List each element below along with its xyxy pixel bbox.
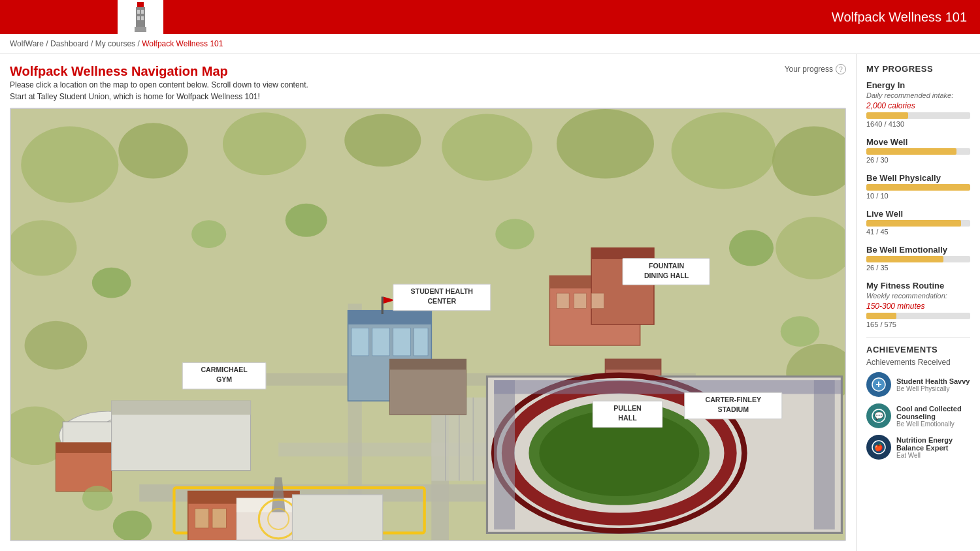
progress-numbers-energy-in: 1640 / 4130 bbox=[866, 120, 970, 128]
achievement-subtitle-cool-collected: Be Well Emotionally bbox=[896, 420, 970, 428]
header: Wolfpack Wellness 101 bbox=[0, 0, 980, 34]
achievement-icon-nutrition-energy: 🍎 bbox=[866, 435, 891, 460]
breadcrumb-mycourses[interactable]: My courses bbox=[95, 39, 135, 48]
header-title: Wolfpack Wellness 101 bbox=[832, 10, 967, 25]
achievements-title: ACHIEVEMENTS bbox=[866, 345, 970, 354]
svg-text:STADIUM: STADIUM bbox=[718, 405, 749, 413]
progress-bar-bg-move-well bbox=[866, 148, 970, 155]
svg-point-10 bbox=[21, 127, 118, 203]
content-area: Wolfpack Wellness Navigation Map Please … bbox=[0, 54, 856, 551]
achievements-subtitle: Achievements Received bbox=[866, 358, 970, 367]
svg-text:FOUNTAIN: FOUNTAIN bbox=[649, 262, 684, 270]
progress-bar-fill-be-well-physically bbox=[866, 184, 970, 191]
progress-label-move-well: Move Well bbox=[866, 137, 970, 147]
progress-bar-fill-be-well-emotionally bbox=[866, 256, 943, 262]
svg-point-107 bbox=[286, 204, 327, 237]
progress-item-live-well: Live Well 41 / 45 bbox=[866, 209, 970, 236]
content-header: Wolfpack Wellness Navigation Map Please … bbox=[10, 64, 846, 102]
svg-rect-6 bbox=[141, 10, 144, 14]
progress-item-fitness-routine: My Fitness RoutineWeekly recommendation:… bbox=[866, 281, 970, 328]
achievement-title-cool-collected: Cool and Collected Counseling bbox=[896, 405, 970, 420]
page-title: Wolfpack Wellness Navigation Map bbox=[10, 64, 308, 79]
achievement-text-student-health-savvy: Student Health Savvy Be Well Physically bbox=[896, 377, 970, 392]
svg-point-19 bbox=[25, 321, 88, 370]
svg-point-13 bbox=[344, 114, 421, 166]
svg-rect-0 bbox=[137, 2, 144, 7]
progress-bar-fill-fitness-routine bbox=[866, 313, 896, 319]
breadcrumb-wolfware[interactable]: WolfWare bbox=[10, 39, 44, 48]
progress-sub-fitness-routine: Weekly recommendation: bbox=[866, 292, 970, 300]
progress-label-be-well-emotionally: Be Well Emotionally bbox=[866, 245, 970, 255]
achievement-icon-student-health-savvy: + bbox=[866, 372, 891, 397]
page-description-1: Please click a location on the map to op… bbox=[10, 79, 308, 91]
progress-numbers-be-well-emotionally: 26 / 35 bbox=[866, 264, 970, 272]
map-container[interactable]: STUDENT HEALTH CENTER FOUNTAIN DINING HA… bbox=[10, 108, 846, 541]
progress-bar-fill-move-well bbox=[866, 148, 956, 155]
progress-bar-bg-be-well-physically bbox=[866, 184, 970, 191]
breadcrumb: WolfWare / Dashboard / My courses / Wolf… bbox=[0, 34, 980, 54]
svg-text:GYM: GYM bbox=[216, 375, 232, 383]
svg-point-109 bbox=[729, 230, 774, 266]
achievement-subtitle-student-health-savvy: Be Well Physically bbox=[896, 385, 970, 392]
svg-text:🍎: 🍎 bbox=[874, 443, 883, 452]
progress-label-be-well-physically: Be Well Physically bbox=[866, 173, 970, 183]
page-description-2: Start at Talley Student Union, which is … bbox=[10, 91, 308, 102]
progress-numbers-be-well-physically: 10 / 10 bbox=[866, 192, 970, 200]
achievement-icon-cool-collected: 💬 bbox=[866, 403, 891, 428]
breadcrumb-dashboard[interactable]: Dashboard bbox=[50, 39, 89, 48]
svg-text:HALL: HALL bbox=[618, 414, 637, 422]
svg-rect-42 bbox=[56, 443, 111, 453]
svg-text:CENTER: CENTER bbox=[427, 297, 456, 305]
svg-rect-46 bbox=[348, 311, 432, 324]
svg-rect-47 bbox=[351, 328, 369, 356]
achievement-cool-collected: 💬 Cool and Collected Counseling Be Well … bbox=[866, 403, 970, 428]
svg-point-15 bbox=[557, 109, 654, 178]
achievement-text-cool-collected: Cool and Collected Counseling Be Well Em… bbox=[896, 405, 970, 428]
progress-label-energy-in: Energy In bbox=[866, 80, 970, 90]
main-layout: Wolfpack Wellness Navigation Map Please … bbox=[0, 54, 980, 551]
svg-text:💬: 💬 bbox=[874, 411, 884, 420]
svg-rect-65 bbox=[605, 359, 661, 370]
svg-rect-4 bbox=[135, 27, 146, 32]
svg-rect-86 bbox=[494, 380, 841, 394]
svg-rect-51 bbox=[382, 296, 384, 314]
svg-point-16 bbox=[672, 112, 776, 189]
svg-point-110 bbox=[781, 316, 820, 347]
header-logo bbox=[118, 0, 163, 34]
svg-text:STUDENT HEALTH: STUDENT HEALTH bbox=[411, 287, 473, 295]
progress-bar-bg-energy-in bbox=[866, 112, 970, 119]
svg-point-106 bbox=[191, 220, 226, 248]
progress-label-fitness-routine: My Fitness Routine bbox=[866, 281, 970, 291]
progress-bar-bg-fitness-routine bbox=[866, 313, 970, 319]
progress-sub-energy-in: Daily recommended intake: bbox=[866, 91, 970, 99]
svg-text:CARMICHAEL: CARMICHAEL bbox=[201, 366, 248, 373]
breadcrumb-sep2: / bbox=[91, 39, 95, 48]
progress-info-icon: ? bbox=[836, 64, 846, 74]
achievement-title-student-health-savvy: Student Health Savvy bbox=[896, 377, 970, 385]
svg-point-111 bbox=[113, 511, 152, 540]
sidebar: MY PROGRESS Energy InDaily recommended i… bbox=[856, 54, 980, 551]
svg-point-11 bbox=[118, 123, 188, 178]
progress-bar-fill-energy-in bbox=[866, 112, 908, 119]
progress-calories-energy-in: 2,000 calories bbox=[866, 101, 970, 110]
progress-numbers-move-well: 26 / 30 bbox=[866, 156, 970, 164]
achievement-subtitle-nutrition-energy: Eat Well bbox=[896, 452, 970, 459]
progress-bar-bg-be-well-emotionally bbox=[866, 256, 970, 262]
achievement-text-nutrition-energy: Nutrition Energy Balance Expert Eat Well bbox=[896, 436, 970, 459]
svg-rect-49 bbox=[393, 328, 411, 356]
breadcrumb-current: Wolfpack Wellness 101 bbox=[142, 39, 223, 48]
campus-map-svg: STUDENT HEALTH CENTER FOUNTAIN DINING HA… bbox=[11, 109, 845, 540]
progress-item-energy-in: Energy InDaily recommended intake:2,000 … bbox=[866, 80, 970, 128]
svg-text:DINING HALL: DINING HALL bbox=[644, 272, 689, 279]
progress-numbers-live-well: 41 / 45 bbox=[866, 228, 970, 236]
svg-rect-48 bbox=[372, 328, 390, 356]
svg-point-112 bbox=[82, 486, 113, 511]
svg-text:+: + bbox=[875, 379, 881, 390]
progress-item-move-well: Move Well 26 / 30 bbox=[866, 137, 970, 164]
svg-rect-5 bbox=[137, 10, 140, 14]
achievement-nutrition-energy: 🍎 Nutrition Energy Balance Expert Eat We… bbox=[866, 435, 970, 460]
your-progress-button[interactable]: Your progress ? bbox=[785, 64, 846, 74]
svg-point-105 bbox=[92, 268, 131, 298]
progress-item-be-well-emotionally: Be Well Emotionally 26 / 35 bbox=[866, 245, 970, 272]
progress-numbers-fitness-routine: 165 / 575 bbox=[866, 321, 970, 328]
